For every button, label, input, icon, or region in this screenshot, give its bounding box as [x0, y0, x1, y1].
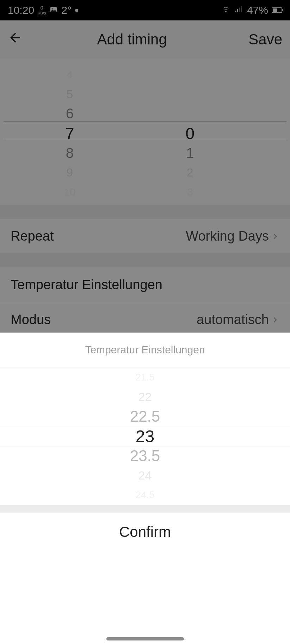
repeat-value-container: Working Days — [186, 229, 279, 244]
repeat-value: Working Days — [186, 229, 269, 244]
hour-option[interactable]: 6 — [18, 104, 122, 124]
temperature-picker-sheet: Temperatur Einstellungen 21.5 22 22.5 23… — [0, 333, 290, 644]
temp-option[interactable]: 23.5 — [0, 446, 290, 466]
mode-row[interactable]: Modus automatisch — [0, 302, 290, 337]
minute-option-selected[interactable]: 0 — [122, 124, 258, 143]
minute-option[interactable] — [122, 65, 258, 85]
signal-icon — [234, 4, 243, 16]
temp-option[interactable]: 24.5 — [0, 485, 290, 505]
wifi-icon — [221, 4, 231, 17]
kbs-value: 0 — [41, 5, 43, 11]
minute-option[interactable]: 1 — [122, 143, 258, 163]
temp-option-selected[interactable]: 23 — [0, 426, 290, 446]
network-speed-indicator: 0 KB/s — [38, 5, 46, 15]
hour-option[interactable]: 4 — [18, 65, 122, 85]
mode-value: automatisch — [197, 312, 269, 327]
hour-option[interactable]: 8 — [18, 143, 122, 163]
more-notifications-dot — [75, 9, 78, 12]
sheet-title: Temperatur Einstellungen — [0, 333, 290, 367]
temperature-wheel[interactable]: 21.5 22 22.5 23 23.5 24 24.5 — [0, 367, 290, 505]
svg-point-1 — [52, 8, 53, 10]
temp-option[interactable]: 24 — [0, 466, 290, 485]
minute-option[interactable] — [122, 85, 258, 104]
hour-option[interactable]: 9 — [18, 163, 122, 182]
battery-icon — [272, 7, 282, 13]
minute-option[interactable]: 3 — [122, 182, 258, 202]
back-button[interactable] — [8, 30, 23, 49]
svg-rect-5 — [241, 6, 242, 12]
temp-option[interactable]: 22.5 — [0, 407, 290, 426]
temp-option[interactable]: 21.5 — [0, 367, 290, 387]
chevron-right-icon — [271, 312, 279, 327]
temp-option[interactable]: 22 — [0, 387, 290, 407]
spacer — [0, 253, 290, 267]
status-bar-right: 47% — [221, 4, 282, 17]
status-bar-left: 10:20 0 KB/s 2° — [8, 4, 78, 16]
mode-label: Modus — [11, 312, 51, 327]
spacer — [0, 205, 290, 219]
confirm-button[interactable]: Confirm — [0, 513, 290, 551]
save-button[interactable]: Save — [248, 31, 282, 48]
battery-pct: 47% — [247, 4, 268, 16]
minute-option[interactable] — [122, 104, 258, 124]
svg-rect-2 — [235, 11, 236, 12]
page-title: Add timing — [23, 31, 248, 48]
hour-wheel[interactable]: 4 5 6 7 8 9 10 — [0, 65, 122, 202]
status-bar: 10:20 0 KB/s 2° 47% — [0, 0, 290, 20]
svg-rect-3 — [237, 9, 238, 12]
status-temp: 2° — [61, 4, 72, 16]
hour-option[interactable]: 10 — [18, 182, 122, 202]
repeat-row[interactable]: Repeat Working Days — [0, 219, 290, 253]
navigation-handle[interactable] — [106, 637, 184, 640]
temperature-settings-section[interactable]: Temperatur Einstellungen — [0, 267, 290, 302]
chevron-right-icon — [271, 229, 279, 244]
hour-option[interactable]: 5 — [18, 85, 122, 104]
picture-icon — [49, 4, 58, 16]
repeat-label: Repeat — [11, 229, 54, 244]
temperature-settings-label: Temperatur Einstellungen — [11, 277, 162, 292]
minute-option[interactable]: 2 — [122, 163, 258, 182]
app-header: Add timing Save — [0, 20, 290, 58]
time-picker[interactable]: 4 5 6 7 8 9 10 0 1 2 3 — [0, 58, 290, 205]
status-time: 10:20 — [8, 4, 34, 16]
svg-rect-4 — [239, 8, 240, 12]
mode-value-container: automatisch — [197, 312, 279, 327]
minute-wheel[interactable]: 0 1 2 3 — [122, 65, 290, 202]
hour-option-selected[interactable]: 7 — [18, 124, 122, 143]
spacer — [0, 505, 290, 513]
kbs-label: KB/s — [38, 11, 46, 15]
